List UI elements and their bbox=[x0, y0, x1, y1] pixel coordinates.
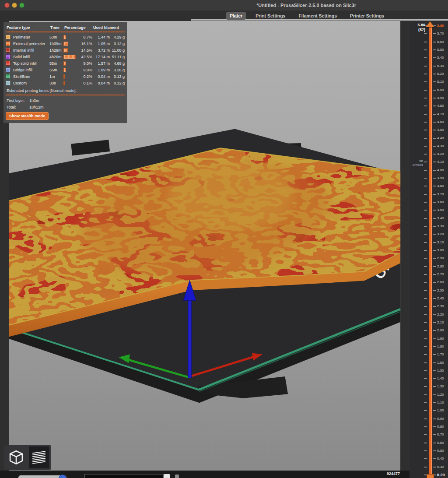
zoom-button[interactable] bbox=[19, 3, 24, 8]
feature-name: Custom bbox=[12, 81, 49, 85]
tick-mark bbox=[433, 338, 436, 339]
feature-color-swatch bbox=[6, 54, 10, 59]
minimize-button[interactable] bbox=[12, 3, 17, 8]
estimated-times-title: Estimated printing times [Normal mode]: bbox=[6, 88, 125, 93]
tick-mark bbox=[433, 81, 436, 82]
tick-mark bbox=[433, 362, 436, 363]
tick-mark bbox=[424, 322, 427, 323]
feature-weight: 51.11 g bbox=[110, 55, 125, 59]
feature-name: Internal infill bbox=[12, 48, 49, 53]
tick-mark bbox=[433, 458, 436, 459]
tick-mark bbox=[433, 138, 436, 139]
3d-viewport[interactable]: OP bbox=[0, 21, 410, 471]
tick-mark bbox=[424, 138, 427, 139]
feature-color-swatch bbox=[6, 35, 10, 39]
feature-length: 0.04 m bbox=[92, 74, 110, 79]
layer-height-label: 5.70 bbox=[437, 32, 448, 35]
tick-mark bbox=[424, 362, 427, 363]
tick-mark bbox=[433, 226, 436, 227]
feature-color-swatch bbox=[6, 67, 10, 72]
layer-height-label: 2.50 bbox=[437, 289, 448, 292]
tick-mark bbox=[433, 42, 436, 42]
tick-mark bbox=[433, 402, 436, 403]
feature-weight: 4.68 g bbox=[110, 61, 125, 66]
tab-printer-settings[interactable]: Printer Settings bbox=[346, 12, 388, 20]
toolbar-button[interactable] bbox=[164, 474, 170, 478]
3d-editor-view-button[interactable] bbox=[6, 446, 26, 468]
tick-mark bbox=[433, 218, 436, 219]
status-display bbox=[84, 474, 164, 478]
layer-height-label: 3.60 bbox=[437, 200, 448, 204]
percentage-bar-wrap bbox=[63, 42, 80, 46]
tick-mark bbox=[433, 467, 436, 467]
layer-height-label: 0.90 bbox=[437, 417, 448, 421]
feature-time: 55m bbox=[49, 68, 63, 72]
tick-mark bbox=[424, 370, 427, 371]
current-layer-height: 5.80 bbox=[410, 23, 425, 27]
percentage-bar bbox=[63, 35, 66, 39]
feature-percentage: 42.5% bbox=[80, 55, 92, 59]
feature-length: 3.72 m bbox=[92, 48, 110, 53]
feature-weight: 3.26 g bbox=[110, 68, 125, 72]
tick-mark bbox=[424, 338, 427, 339]
tick-mark bbox=[424, 426, 427, 427]
tick-mark bbox=[424, 266, 427, 267]
tick-mark bbox=[424, 306, 427, 307]
show-stealth-mode-button[interactable]: Show stealth mode bbox=[6, 112, 49, 120]
tick-mark bbox=[424, 105, 427, 106]
preview-view-button[interactable] bbox=[29, 446, 49, 468]
tab-plater[interactable]: Plater bbox=[226, 12, 246, 20]
triangle-count: 924477 bbox=[387, 471, 400, 476]
layer-height-label: 3.00 bbox=[437, 249, 448, 252]
tick-mark bbox=[433, 33, 436, 34]
tick-mark bbox=[424, 274, 427, 275]
tick-mark bbox=[433, 418, 436, 419]
tick-mark bbox=[424, 242, 427, 243]
window-title: *Untitled - PrusaSlicer-2.5.0 based on S… bbox=[256, 3, 356, 8]
tick-mark bbox=[424, 81, 427, 82]
total-value: 10h12m bbox=[29, 105, 44, 109]
legend-row: Solid infill4h20m42.5%17.14 m51.11 g bbox=[6, 53, 125, 60]
feature-time: 4h20m bbox=[49, 55, 63, 59]
tick-mark bbox=[424, 226, 427, 227]
tick-mark bbox=[433, 298, 436, 299]
tick-mark bbox=[433, 90, 436, 91]
feature-weight: 0.12 g bbox=[110, 81, 125, 85]
feature-weight: 0.13 g bbox=[110, 74, 125, 79]
bottom-toolbar: 924477 bbox=[0, 471, 410, 478]
view-toggle-group bbox=[4, 445, 51, 470]
tick-mark bbox=[433, 370, 436, 371]
layer-slider-bottom-handle[interactable] bbox=[427, 474, 434, 478]
feature-percentage: 0.2% bbox=[80, 74, 92, 79]
tick-mark bbox=[433, 282, 436, 283]
close-button[interactable] bbox=[4, 3, 10, 8]
layer-height-label: 0.50 bbox=[437, 449, 448, 453]
tick-mark bbox=[424, 194, 427, 195]
percentage-bar bbox=[63, 81, 65, 85]
feature-length: 1.05 m bbox=[92, 42, 110, 46]
tick-mark bbox=[424, 66, 427, 67]
tick-mark bbox=[433, 130, 436, 130]
percentage-bar bbox=[63, 48, 68, 53]
layers-icon bbox=[30, 448, 48, 467]
tick-mark bbox=[433, 443, 436, 443]
time-at-layer-line1: 9h bbox=[410, 159, 423, 163]
tick-mark bbox=[424, 290, 427, 291]
percentage-bar bbox=[63, 68, 66, 72]
layer-height-label: 2.00 bbox=[437, 329, 448, 332]
horizontal-slider-knob[interactable] bbox=[59, 474, 66, 478]
tick-mark bbox=[433, 170, 436, 171]
layer-slider-top-handle[interactable] bbox=[426, 21, 434, 27]
tick-mark bbox=[424, 218, 427, 219]
feature-percentage: 8.7% bbox=[80, 35, 92, 39]
layer-height-label: 2.30 bbox=[437, 305, 448, 308]
tab-print-settings[interactable]: Print Settings bbox=[252, 12, 289, 20]
layer-slider-track[interactable] bbox=[429, 26, 432, 476]
legend-rows: Perimeter53m8.7%1.44 m4.29 gExternal per… bbox=[6, 34, 125, 86]
tick-mark bbox=[433, 322, 436, 323]
percentage-bar bbox=[63, 61, 66, 66]
tick-mark bbox=[424, 122, 427, 123]
tick-mark bbox=[424, 74, 427, 74]
tab-filament-settings[interactable]: Filament Settings bbox=[295, 12, 340, 20]
percentage-bar-wrap bbox=[63, 81, 80, 85]
